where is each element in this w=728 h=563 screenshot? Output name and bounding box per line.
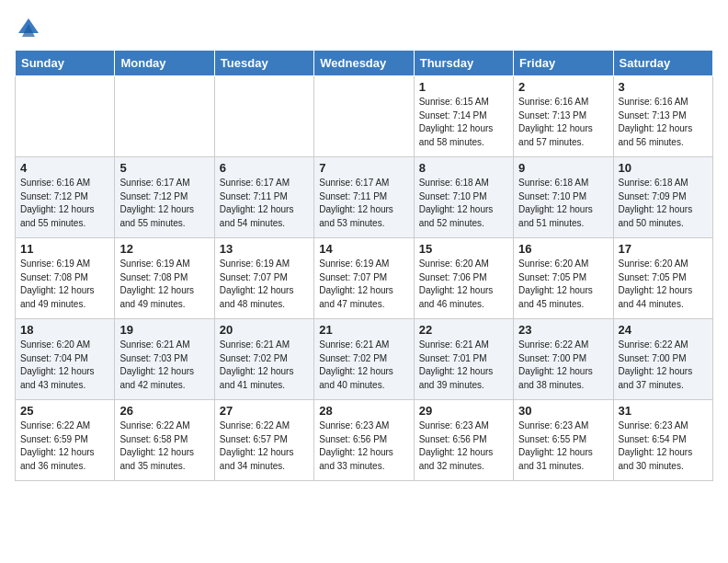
day-info: Sunrise: 6:19 AM Sunset: 7:07 PM Dayligh… <box>220 258 309 311</box>
calendar-week-row: 4Sunrise: 6:16 AM Sunset: 7:12 PM Daylig… <box>16 157 713 238</box>
day-info: Sunrise: 6:18 AM Sunset: 7:10 PM Dayligh… <box>419 177 508 230</box>
calendar-cell: 21Sunrise: 6:21 AM Sunset: 7:02 PM Dayli… <box>314 319 414 400</box>
day-number: 31 <box>619 404 708 418</box>
calendar-cell: 17Sunrise: 6:20 AM Sunset: 7:05 PM Dayli… <box>613 238 712 319</box>
day-header-sunday: Sunday <box>16 51 115 76</box>
day-number: 19 <box>119 323 209 337</box>
calendar-cell: 29Sunrise: 6:23 AM Sunset: 6:56 PM Dayli… <box>414 400 513 481</box>
calendar-cell: 3Sunrise: 6:16 AM Sunset: 7:13 PM Daylig… <box>613 76 712 157</box>
calendar-cell: 11Sunrise: 6:19 AM Sunset: 7:08 PM Dayli… <box>16 238 115 319</box>
day-header-monday: Monday <box>115 51 214 76</box>
day-number: 27 <box>220 404 309 418</box>
calendar-cell: 25Sunrise: 6:22 AM Sunset: 6:59 PM Dayli… <box>16 400 115 481</box>
day-info: Sunrise: 6:19 AM Sunset: 7:07 PM Dayligh… <box>319 258 408 311</box>
day-number: 15 <box>419 242 508 256</box>
day-info: Sunrise: 6:16 AM Sunset: 7:12 PM Dayligh… <box>20 177 109 230</box>
day-info: Sunrise: 6:23 AM Sunset: 6:56 PM Dayligh… <box>319 419 408 473</box>
day-header-friday: Friday <box>514 51 613 76</box>
day-number: 17 <box>619 242 708 256</box>
day-number: 29 <box>419 404 508 418</box>
day-number: 24 <box>619 323 708 337</box>
calendar-header-row: SundayMondayTuesdayWednesdayThursdayFrid… <box>16 51 713 76</box>
day-info: Sunrise: 6:16 AM Sunset: 7:13 PM Dayligh… <box>518 96 608 149</box>
logo <box>15 15 46 42</box>
calendar-week-row: 25Sunrise: 6:22 AM Sunset: 6:59 PM Dayli… <box>16 400 713 481</box>
calendar-cell: 1Sunrise: 6:15 AM Sunset: 7:14 PM Daylig… <box>414 76 513 157</box>
day-info: Sunrise: 6:15 AM Sunset: 7:14 PM Dayligh… <box>419 96 508 149</box>
calendar-cell <box>115 76 214 157</box>
day-number: 30 <box>518 404 608 418</box>
day-info: Sunrise: 6:18 AM Sunset: 7:09 PM Dayligh… <box>619 177 708 230</box>
calendar-cell: 9Sunrise: 6:18 AM Sunset: 7:10 PM Daylig… <box>514 157 613 238</box>
day-info: Sunrise: 6:21 AM Sunset: 7:01 PM Dayligh… <box>419 339 508 392</box>
calendar-cell: 18Sunrise: 6:20 AM Sunset: 7:04 PM Dayli… <box>16 319 115 400</box>
calendar-cell: 12Sunrise: 6:19 AM Sunset: 7:08 PM Dayli… <box>115 238 214 319</box>
calendar: SundayMondayTuesdayWednesdayThursdayFrid… <box>15 50 713 481</box>
day-number: 12 <box>119 242 209 256</box>
day-number: 11 <box>20 242 109 256</box>
calendar-cell: 26Sunrise: 6:22 AM Sunset: 6:58 PM Dayli… <box>115 400 214 481</box>
day-number: 26 <box>119 404 209 418</box>
day-number: 20 <box>220 323 309 337</box>
calendar-cell: 10Sunrise: 6:18 AM Sunset: 7:09 PM Dayli… <box>613 157 712 238</box>
day-info: Sunrise: 6:23 AM Sunset: 6:55 PM Dayligh… <box>518 419 608 473</box>
calendar-cell: 4Sunrise: 6:16 AM Sunset: 7:12 PM Daylig… <box>16 157 115 238</box>
day-number: 4 <box>20 161 109 175</box>
calendar-cell: 23Sunrise: 6:22 AM Sunset: 7:00 PM Dayli… <box>514 319 613 400</box>
day-number: 8 <box>419 161 508 175</box>
day-info: Sunrise: 6:17 AM Sunset: 7:11 PM Dayligh… <box>220 177 309 230</box>
day-info: Sunrise: 6:22 AM Sunset: 7:00 PM Dayligh… <box>518 339 608 392</box>
day-info: Sunrise: 6:21 AM Sunset: 7:02 PM Dayligh… <box>319 339 408 392</box>
calendar-cell: 31Sunrise: 6:23 AM Sunset: 6:54 PM Dayli… <box>613 400 712 481</box>
calendar-cell: 16Sunrise: 6:20 AM Sunset: 7:05 PM Dayli… <box>514 238 613 319</box>
calendar-cell: 19Sunrise: 6:21 AM Sunset: 7:03 PM Dayli… <box>115 319 214 400</box>
calendar-cell: 7Sunrise: 6:17 AM Sunset: 7:11 PM Daylig… <box>314 157 414 238</box>
day-info: Sunrise: 6:22 AM Sunset: 7:00 PM Dayligh… <box>619 339 708 392</box>
calendar-cell: 15Sunrise: 6:20 AM Sunset: 7:06 PM Dayli… <box>414 238 513 319</box>
calendar-cell <box>214 76 313 157</box>
day-info: Sunrise: 6:19 AM Sunset: 7:08 PM Dayligh… <box>119 258 209 311</box>
day-number: 23 <box>518 323 608 337</box>
day-header-saturday: Saturday <box>613 51 712 76</box>
calendar-cell: 8Sunrise: 6:18 AM Sunset: 7:10 PM Daylig… <box>414 157 513 238</box>
day-info: Sunrise: 6:20 AM Sunset: 7:05 PM Dayligh… <box>619 258 708 311</box>
day-header-tuesday: Tuesday <box>214 51 313 76</box>
day-number: 5 <box>119 161 209 175</box>
day-number: 16 <box>518 242 608 256</box>
day-info: Sunrise: 6:22 AM Sunset: 6:57 PM Dayligh… <box>220 419 309 473</box>
calendar-cell: 24Sunrise: 6:22 AM Sunset: 7:00 PM Dayli… <box>613 319 712 400</box>
calendar-cell: 6Sunrise: 6:17 AM Sunset: 7:11 PM Daylig… <box>214 157 313 238</box>
calendar-cell: 20Sunrise: 6:21 AM Sunset: 7:02 PM Dayli… <box>214 319 313 400</box>
day-info: Sunrise: 6:21 AM Sunset: 7:02 PM Dayligh… <box>220 339 309 392</box>
calendar-cell: 5Sunrise: 6:17 AM Sunset: 7:12 PM Daylig… <box>115 157 214 238</box>
day-number: 25 <box>20 404 109 418</box>
day-number: 1 <box>419 80 508 94</box>
day-info: Sunrise: 6:16 AM Sunset: 7:13 PM Dayligh… <box>619 96 708 149</box>
day-info: Sunrise: 6:20 AM Sunset: 7:05 PM Dayligh… <box>518 258 608 311</box>
day-number: 2 <box>518 80 608 94</box>
day-info: Sunrise: 6:20 AM Sunset: 7:06 PM Dayligh… <box>419 258 508 311</box>
calendar-cell: 30Sunrise: 6:23 AM Sunset: 6:55 PM Dayli… <box>514 400 613 481</box>
day-number: 3 <box>619 80 708 94</box>
day-number: 21 <box>319 323 408 337</box>
calendar-week-row: 11Sunrise: 6:19 AM Sunset: 7:08 PM Dayli… <box>16 238 713 319</box>
day-info: Sunrise: 6:21 AM Sunset: 7:03 PM Dayligh… <box>119 339 209 392</box>
day-number: 7 <box>319 161 408 175</box>
logo-icon <box>15 15 42 42</box>
day-info: Sunrise: 6:17 AM Sunset: 7:12 PM Dayligh… <box>119 177 209 230</box>
day-number: 6 <box>220 161 309 175</box>
day-info: Sunrise: 6:23 AM Sunset: 6:54 PM Dayligh… <box>619 419 708 473</box>
day-info: Sunrise: 6:18 AM Sunset: 7:10 PM Dayligh… <box>518 177 608 230</box>
day-info: Sunrise: 6:17 AM Sunset: 7:11 PM Dayligh… <box>319 177 408 230</box>
day-info: Sunrise: 6:19 AM Sunset: 7:08 PM Dayligh… <box>20 258 109 311</box>
day-info: Sunrise: 6:23 AM Sunset: 6:56 PM Dayligh… <box>419 419 508 473</box>
day-number: 28 <box>319 404 408 418</box>
day-number: 22 <box>419 323 508 337</box>
day-info: Sunrise: 6:20 AM Sunset: 7:04 PM Dayligh… <box>20 339 109 392</box>
calendar-cell: 22Sunrise: 6:21 AM Sunset: 7:01 PM Dayli… <box>414 319 513 400</box>
day-info: Sunrise: 6:22 AM Sunset: 6:59 PM Dayligh… <box>20 419 109 473</box>
calendar-week-row: 18Sunrise: 6:20 AM Sunset: 7:04 PM Dayli… <box>16 319 713 400</box>
calendar-cell: 13Sunrise: 6:19 AM Sunset: 7:07 PM Dayli… <box>214 238 313 319</box>
page-header <box>15 15 713 42</box>
day-info: Sunrise: 6:22 AM Sunset: 6:58 PM Dayligh… <box>119 419 209 473</box>
